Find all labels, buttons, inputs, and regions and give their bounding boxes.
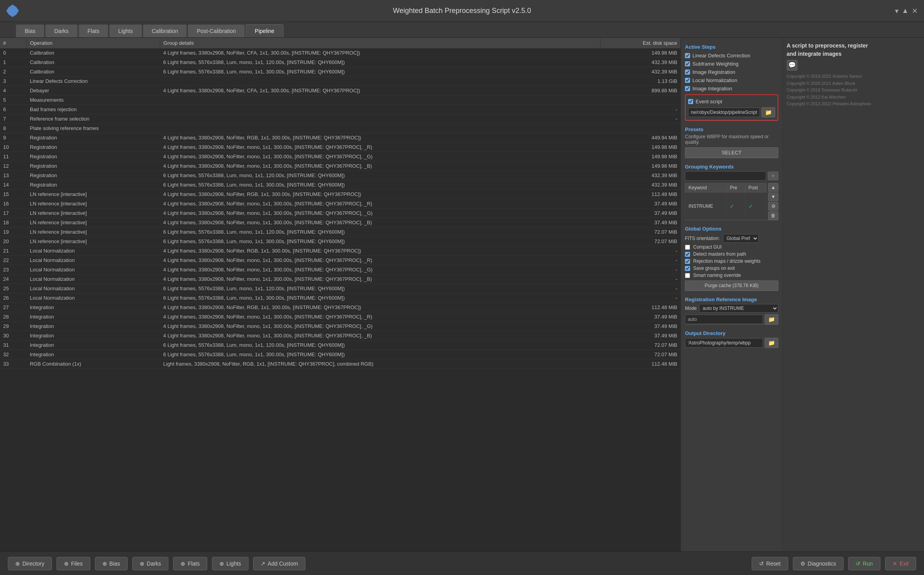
compact-gui-checkbox[interactable] — [685, 245, 690, 250]
keyword-up-button[interactable]: ▲ — [768, 183, 778, 192]
table-row[interactable]: 11 Registration 4 Light frames, 3380x290… — [0, 152, 681, 161]
table-row[interactable]: 5 Measurements — [0, 95, 681, 105]
output-dir-folder-button[interactable]: 📁 — [765, 338, 778, 348]
table-row[interactable]: 26 Local Normalization 6 Light frames, 5… — [0, 293, 681, 303]
tab-darks[interactable]: Darks — [45, 24, 78, 37]
run-button[interactable]: ↺ Run — [848, 557, 880, 570]
keyword-settings-button[interactable]: ⚙ — [768, 202, 778, 211]
run-icon: ↺ — [856, 560, 860, 567]
detect-masters-row[interactable]: Detect masters from path — [685, 251, 778, 258]
keyword-down-button[interactable]: ▼ — [768, 192, 778, 201]
step-linear-defects-checkbox[interactable] — [685, 53, 690, 58]
step-image-registration[interactable]: Image Registration — [685, 68, 778, 76]
table-row[interactable]: 4 Debayer 4 Light frames, 3380x2908, NoF… — [0, 86, 681, 95]
event-script-checkbox[interactable] — [688, 99, 693, 104]
event-script-toggle[interactable]: Event script — [688, 97, 775, 106]
table-row[interactable]: 20 LN reference [interactive] 6 Light fr… — [0, 237, 681, 246]
step-subframe-weighting[interactable]: Subframe Weighting — [685, 60, 778, 68]
smart-naming-checkbox[interactable] — [685, 273, 690, 278]
lights-button[interactable]: ⊕ Lights — [212, 557, 248, 570]
table-row[interactable]: 24 Local Normalization 4 Light frames, 3… — [0, 275, 681, 284]
kw-col-keyword: Keyword — [685, 183, 727, 192]
table-row[interactable]: 31 Integration 6 Light frames, 5576x3388… — [0, 341, 681, 350]
table-row[interactable]: 6 Bad frames rejection - — [0, 105, 681, 114]
table-row[interactable]: 17 LN reference [interactive] 4 Light fr… — [0, 209, 681, 218]
tab-post-calibration[interactable]: Post-Calibration — [188, 24, 245, 37]
tab-bias[interactable]: Bias — [16, 24, 44, 37]
table-row[interactable]: 14 Registration 6 Light frames, 5576x338… — [0, 180, 681, 190]
keyword-delete-button[interactable]: 🗑 — [768, 211, 778, 220]
diagnostics-button[interactable]: ⚙ Diagnostics — [793, 557, 844, 570]
darks-button[interactable]: ⊕ Darks — [132, 557, 169, 570]
grouping-keyword-input[interactable] — [685, 171, 766, 181]
purge-cache-button[interactable]: Purge cache (378.76 KiB) — [685, 280, 778, 291]
table-row[interactable]: 13 Registration 6 Light frames, 5576x338… — [0, 171, 681, 180]
reg-ref-folder-button[interactable]: 📁 — [765, 314, 778, 324]
step-local-normalization-checkbox[interactable] — [685, 78, 690, 83]
compact-gui-row[interactable]: Compact GUI — [685, 244, 778, 251]
table-row[interactable]: 8 Plate solving reference frames — [0, 124, 681, 133]
event-script-folder-button[interactable]: 📁 — [761, 107, 775, 117]
tab-calibration[interactable]: Calibration — [143, 24, 187, 37]
chat-icon[interactable]: 💬 — [787, 60, 798, 71]
table-row[interactable]: 19 LN reference [interactive] 6 Light fr… — [0, 227, 681, 237]
tab-pipeline[interactable]: Pipeline — [246, 24, 283, 37]
rejection-maps-row[interactable]: Rejection maps / drizzle weights — [685, 258, 778, 265]
table-row[interactable]: 27 Integration 4 Light frames, 3380x2908… — [0, 303, 681, 312]
table-row[interactable]: 22 Local Normalization 4 Light frames, 3… — [0, 256, 681, 265]
table-row[interactable]: 0 Calibration 4 Light frames, 3380x2908,… — [0, 48, 681, 58]
minimize-button[interactable]: ▾ — [895, 7, 898, 15]
directory-button[interactable]: ⊕ Directory — [8, 557, 52, 570]
table-row[interactable]: 3 Linear Defects Correction 1.13 GiB — [0, 77, 681, 86]
table-row[interactable]: 10 Registration 4 Light frames, 3380x290… — [0, 143, 681, 152]
exit-button[interactable]: ✕ Exit — [885, 557, 916, 570]
row-operation: Registration — [27, 180, 160, 190]
table-row[interactable]: 21 Local Normalization 4 Light frames, 3… — [0, 246, 681, 256]
table-row[interactable]: 30 Integration 4 Light frames, 3380x2908… — [0, 331, 681, 341]
table-row[interactable]: 15 LN reference [interactive] 4 Light fr… — [0, 190, 681, 199]
table-row[interactable]: 33 RGB Combination (1x) Light frames, 33… — [0, 359, 681, 369]
add-custom-button[interactable]: ↗ Add Custom — [253, 557, 305, 570]
tab-lights[interactable]: Lights — [109, 24, 142, 37]
table-row[interactable]: 2 Calibration 6 Light frames, 5576x3388,… — [0, 67, 681, 77]
step-subframe-weighting-checkbox[interactable] — [685, 61, 690, 66]
close-button[interactable]: ✕ — [912, 7, 918, 15]
reg-mode-select[interactable]: auto by INSTRUME — [699, 304, 778, 313]
grouping-add-button[interactable]: + — [768, 172, 778, 180]
step-image-integration-checkbox[interactable] — [685, 86, 690, 91]
smart-naming-row[interactable]: Smart naming override — [685, 272, 778, 279]
table-row[interactable]: 18 LN reference [interactive] 4 Light fr… — [0, 218, 681, 227]
step-local-normalization[interactable]: Local Normalization — [685, 76, 778, 84]
step-image-registration-checkbox[interactable] — [685, 70, 690, 75]
reset-button[interactable]: ↺ Reset — [752, 557, 788, 570]
flats-button[interactable]: ⊕ Flats — [173, 557, 207, 570]
table-row[interactable]: 29 Integration 4 Light frames, 3380x2908… — [0, 322, 681, 331]
step-linear-defects[interactable]: Linear Defects Correction — [685, 51, 778, 60]
presets-select-button[interactable]: SELECT — [685, 147, 778, 158]
save-groups-checkbox[interactable] — [685, 266, 690, 271]
maximize-button[interactable]: ▲ — [902, 7, 909, 15]
table-row[interactable]: 25 Local Normalization 6 Light frames, 5… — [0, 284, 681, 293]
table-row[interactable]: 9 Registration 4 Light frames, 3380x2908… — [0, 133, 681, 143]
table-row[interactable]: 23 Local Normalization 4 Light frames, 3… — [0, 265, 681, 275]
table-row[interactable]: 32 Integration 6 Light frames, 5576x3388… — [0, 350, 681, 359]
table-row[interactable]: 7 Reference frame selection - — [0, 114, 681, 124]
reg-ref-input[interactable] — [685, 315, 763, 324]
save-groups-row[interactable]: Save groups on exit — [685, 265, 778, 272]
table-row[interactable]: 16 LN reference [interactive] 4 Light fr… — [0, 199, 681, 209]
rejection-maps-checkbox[interactable] — [685, 259, 690, 264]
step-image-integration[interactable]: Image Integration — [685, 84, 778, 93]
files-button[interactable]: ⊕ Files — [57, 557, 90, 570]
table-row[interactable]: 1 Calibration 6 Light frames, 5576x3388,… — [0, 58, 681, 67]
event-script-input[interactable] — [688, 108, 760, 117]
detect-masters-checkbox[interactable] — [685, 252, 690, 257]
tab-flats[interactable]: Flats — [79, 24, 108, 37]
output-dir-input[interactable] — [685, 338, 763, 348]
presets-section: Presets Configure WBPP for maximum speed… — [685, 121, 778, 158]
bias-button[interactable]: ⊕ Bias — [95, 557, 128, 570]
window-controls[interactable]: ▾ ▲ ✕ — [895, 7, 918, 15]
fits-orientation-select[interactable]: Global Pref — [723, 234, 759, 243]
table-row[interactable]: 12 Registration 4 Light frames, 3380x290… — [0, 161, 681, 171]
table-row[interactable]: 28 Integration 4 Light frames, 3380x2908… — [0, 312, 681, 322]
row-disk: 72.07 MiB — [601, 227, 681, 237]
